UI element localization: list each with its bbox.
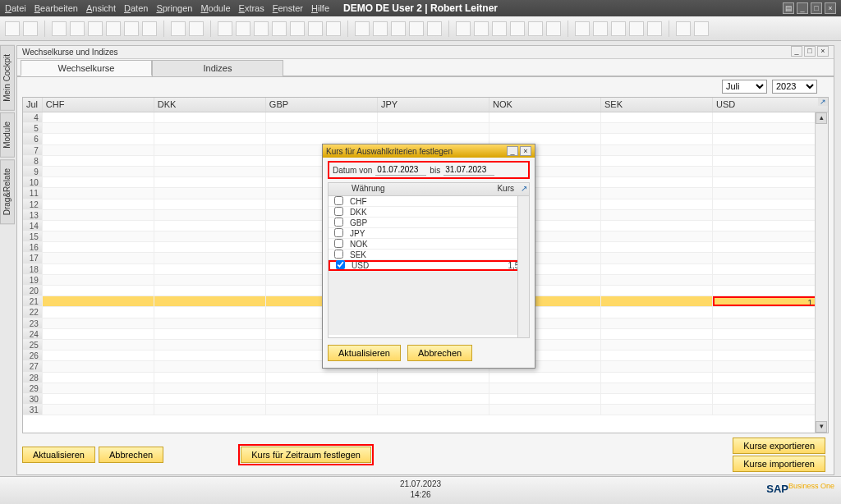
- currency-checkbox-usd[interactable]: [336, 260, 345, 269]
- toolbar-icon[interactable]: [355, 21, 370, 36]
- menu-daten[interactable]: Daten: [124, 3, 148, 13]
- vertical-scrollbar[interactable]: ▴ ▾: [815, 112, 828, 433]
- grid-row[interactable]: 4: [23, 112, 828, 123]
- scroll-down-icon[interactable]: ▾: [816, 421, 827, 433]
- dialog-col-rate: Kurs: [468, 183, 517, 195]
- toolbar-icon[interactable]: [290, 21, 305, 36]
- minimize-icon[interactable]: _: [797, 2, 808, 14]
- toolbar-icon[interactable]: [528, 21, 543, 36]
- toolbar-icon[interactable]: [575, 21, 590, 36]
- toolbar-icon[interactable]: [70, 21, 85, 36]
- date-from-label: Datum von: [333, 166, 372, 175]
- toolbar-icon[interactable]: [236, 21, 250, 36]
- currency-checkbox-jpy[interactable]: [334, 228, 343, 237]
- toolbar-icon[interactable]: [88, 21, 103, 36]
- grid-col-gbp[interactable]: GBP: [266, 98, 378, 112]
- toolbar-icon[interactable]: [52, 21, 67, 36]
- dialog-titlebar[interactable]: Kurs für Auswahlkriterien festlegen _ ×: [323, 144, 535, 158]
- sidetab-module[interactable]: Module: [0, 112, 15, 158]
- win-btn1-icon[interactable]: ▤: [783, 2, 794, 14]
- panel-header: Wechselkurse und Indizes _ □ ×: [17, 46, 834, 59]
- currency-checkbox-chf[interactable]: [334, 196, 343, 205]
- aktualisieren-button[interactable]: Aktualisieren: [22, 447, 95, 463]
- kurse-importieren-button[interactable]: Kurse importieren: [733, 456, 825, 472]
- toolbar-icon[interactable]: [106, 21, 121, 36]
- usd-rate-cell[interactable]: 1,55: [713, 296, 828, 306]
- toolbar-icon[interactable]: [218, 21, 232, 36]
- grid-row[interactable]: 31: [23, 405, 828, 415]
- dialog-abbrechen-button[interactable]: Abbrechen: [407, 345, 472, 361]
- toolbar-icon[interactable]: [171, 21, 186, 36]
- dialog-close-icon[interactable]: ×: [520, 146, 531, 156]
- toolbar-icon[interactable]: [373, 21, 388, 36]
- menu-bearbeiten[interactable]: Bearbeiten: [34, 3, 78, 13]
- toolbar-icon[interactable]: [409, 21, 424, 36]
- toolbar-icon[interactable]: [629, 21, 644, 36]
- grid-row[interactable]: 30: [23, 394, 828, 405]
- toolbar-icon[interactable]: [546, 21, 561, 36]
- toolbar-icon[interactable]: [611, 21, 626, 36]
- toolbar-icon[interactable]: [456, 21, 471, 36]
- toolbar-icon[interactable]: [5, 21, 20, 36]
- kurse-exportieren-button[interactable]: Kurse exportieren: [733, 438, 825, 454]
- toolbar-icon[interactable]: [647, 21, 662, 36]
- toolbar-icon[interactable]: [326, 21, 341, 36]
- toolbar-icon[interactable]: [272, 21, 287, 36]
- dialog-arrow-icon[interactable]: ↗: [517, 183, 529, 195]
- grid-col-dkk[interactable]: DKK: [154, 98, 266, 112]
- currency-checkbox-nok[interactable]: [334, 239, 343, 248]
- menu-datei[interactable]: Datei: [5, 3, 26, 13]
- toolbar-icon[interactable]: [593, 21, 608, 36]
- currency-checkbox-sek[interactable]: [334, 250, 343, 259]
- date-from-input[interactable]: [375, 164, 426, 176]
- maximize-icon[interactable]: □: [811, 2, 822, 14]
- menu-extras[interactable]: Extras: [239, 3, 264, 13]
- menu-ansicht[interactable]: Ansicht: [86, 3, 116, 13]
- abbrechen-button[interactable]: Abbrechen: [99, 447, 163, 463]
- currency-checkbox-dkk[interactable]: [334, 207, 343, 216]
- grid-row[interactable]: 28: [23, 373, 828, 383]
- toolbar-icon[interactable]: [254, 21, 269, 36]
- close-icon[interactable]: ×: [825, 2, 836, 14]
- dialog-aktualisieren-button[interactable]: Aktualisieren: [328, 345, 401, 361]
- toolbar-icon[interactable]: [676, 21, 691, 36]
- toolbar-icon[interactable]: [427, 21, 442, 36]
- toolbar-icon[interactable]: [23, 21, 38, 36]
- tab-indizes[interactable]: Indizes: [152, 60, 283, 76]
- toolbar-icon[interactable]: [308, 21, 323, 36]
- tab-wechselkurse[interactable]: Wechselkurse: [21, 60, 152, 76]
- grid-col-nok[interactable]: NOK: [489, 98, 601, 112]
- menu-module[interactable]: Module: [200, 3, 230, 13]
- menu-hilfe[interactable]: Hilfe: [311, 3, 329, 13]
- menu-fenster[interactable]: Fenster: [273, 3, 303, 13]
- sidetab-meincockpit[interactable]: Mein Cockpit: [0, 45, 15, 111]
- year-select[interactable]: 2023: [772, 80, 817, 94]
- toolbar-icon[interactable]: [124, 21, 139, 36]
- toolbar-icon[interactable]: [510, 21, 525, 36]
- grid-col-usd[interactable]: USD: [713, 98, 828, 112]
- toolbar-icon[interactable]: [142, 21, 157, 36]
- panel-minimize-icon[interactable]: _: [791, 46, 802, 57]
- panel-close-icon[interactable]: ×: [817, 46, 829, 57]
- toolbar-icon[interactable]: [474, 21, 489, 36]
- currency-checkbox-gbp[interactable]: [334, 218, 343, 227]
- grid-arrow-icon[interactable]: ↗: [818, 98, 828, 106]
- grid-col-jpy[interactable]: JPY: [378, 98, 489, 112]
- toolbar-icon[interactable]: [189, 21, 204, 36]
- dialog-minimize-icon[interactable]: _: [507, 146, 518, 156]
- menu-springen[interactable]: Springen: [156, 3, 192, 13]
- toolbar-icon[interactable]: [391, 21, 406, 36]
- month-select[interactable]: Juli: [722, 80, 767, 94]
- toolbar-icon[interactable]: [694, 21, 709, 36]
- grid-col-chf[interactable]: CHF: [43, 98, 154, 112]
- sidetab-dragrelate[interactable]: Drag&Relate: [0, 159, 15, 224]
- grid-row[interactable]: 5: [23, 123, 828, 134]
- date-to-input[interactable]: [443, 164, 494, 176]
- scroll-up-icon[interactable]: ▴: [816, 112, 827, 124]
- panel-maximize-icon[interactable]: □: [804, 46, 816, 57]
- kurs-zeitraum-button[interactable]: Kurs für Zeitraum festlegen: [241, 447, 371, 463]
- dialog-scrollbar[interactable]: [517, 196, 529, 337]
- toolbar-icon[interactable]: [492, 21, 507, 36]
- grid-row[interactable]: 29: [23, 383, 828, 394]
- grid-col-sek[interactable]: SEK: [601, 98, 713, 112]
